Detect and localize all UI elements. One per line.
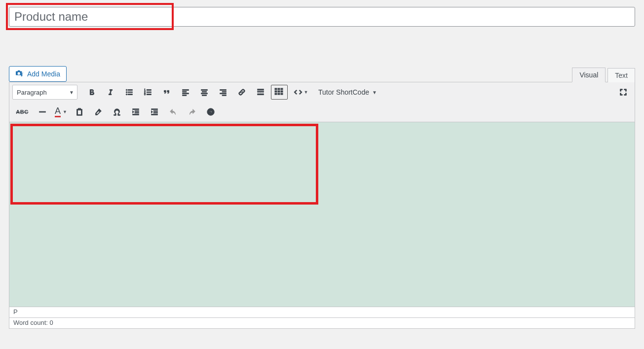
strikethrough-button[interactable]: ABC xyxy=(12,104,32,120)
editor-tabs: Visual Text xyxy=(572,67,635,82)
outdent-icon xyxy=(131,107,140,116)
chevron-down-icon: ▼ xyxy=(69,90,74,95)
svg-rect-23 xyxy=(222,95,226,96)
tutor-shortcode-menu[interactable]: Tutor ShortCode ▼ xyxy=(313,84,382,100)
add-media-label: Add Media xyxy=(27,70,60,78)
svg-rect-13 xyxy=(183,91,187,92)
text-color-button[interactable]: A ▼ xyxy=(53,104,69,120)
numbered-list-button[interactable]: 123 xyxy=(140,84,156,100)
chevron-down-icon: ▼ xyxy=(304,90,308,95)
svg-rect-20 xyxy=(220,90,227,91)
block-format-label: Paragraph xyxy=(17,89,47,96)
undo-icon xyxy=(169,107,178,116)
editor-toolbar: Paragraph ▼ 123 xyxy=(9,82,635,122)
svg-rect-39 xyxy=(135,110,139,111)
italic-icon xyxy=(106,88,115,97)
svg-rect-43 xyxy=(153,110,157,111)
add-media-button[interactable]: Add Media xyxy=(9,66,67,82)
svg-rect-21 xyxy=(222,91,226,92)
blockquote-icon xyxy=(162,88,171,97)
svg-text:3: 3 xyxy=(144,93,146,96)
toolbar-toggle-button[interactable] xyxy=(271,85,288,100)
code-view-button[interactable]: ▼ xyxy=(290,84,311,100)
svg-rect-14 xyxy=(183,93,189,94)
svg-point-2 xyxy=(126,92,127,93)
redo-button[interactable] xyxy=(184,104,200,120)
svg-rect-42 xyxy=(152,109,158,110)
italic-button[interactable] xyxy=(102,84,119,100)
tab-visual[interactable]: Visual xyxy=(572,68,606,82)
svg-rect-32 xyxy=(278,91,280,92)
paste-text-button[interactable] xyxy=(71,104,88,120)
bullet-list-button[interactable] xyxy=(121,84,138,100)
svg-rect-27 xyxy=(258,94,264,95)
bold-button[interactable] xyxy=(83,84,100,100)
svg-rect-37 xyxy=(39,111,46,112)
svg-rect-33 xyxy=(281,91,283,92)
align-right-button[interactable] xyxy=(215,84,231,100)
chevron-down-icon: ▼ xyxy=(63,109,67,114)
insert-more-button[interactable] xyxy=(252,84,269,100)
svg-rect-3 xyxy=(128,92,132,93)
align-right-icon xyxy=(219,88,227,97)
fullscreen-button[interactable] xyxy=(615,84,632,100)
clipboard-icon xyxy=(75,107,84,116)
indent-button[interactable] xyxy=(146,104,163,120)
svg-rect-29 xyxy=(278,88,280,90)
toolbar-toggle-icon xyxy=(274,87,285,97)
code-icon xyxy=(293,88,303,97)
outdent-button[interactable] xyxy=(127,104,144,120)
svg-rect-11 xyxy=(147,94,151,95)
svg-rect-45 xyxy=(152,114,158,115)
svg-rect-19 xyxy=(202,95,207,96)
svg-rect-25 xyxy=(258,91,264,92)
fullscreen-icon xyxy=(619,88,628,97)
svg-rect-26 xyxy=(258,93,264,93)
tab-text[interactable]: Text xyxy=(607,68,635,82)
svg-rect-31 xyxy=(275,91,277,92)
special-character-button[interactable] xyxy=(109,104,125,120)
element-path-text: P xyxy=(13,308,18,315)
clear-formatting-button[interactable] xyxy=(90,104,107,120)
blockquote-button[interactable] xyxy=(158,84,175,100)
svg-rect-40 xyxy=(135,112,139,113)
word-count-value: 0 xyxy=(49,319,53,326)
link-icon xyxy=(237,88,246,97)
svg-rect-9 xyxy=(147,92,151,93)
svg-rect-22 xyxy=(220,93,227,94)
indent-icon xyxy=(150,107,159,116)
omega-icon xyxy=(113,107,121,116)
svg-rect-28 xyxy=(275,88,277,90)
bold-icon xyxy=(87,88,96,97)
text-color-icon: A xyxy=(55,106,61,117)
word-count-label: Word count: xyxy=(13,319,49,326)
insert-link-button[interactable] xyxy=(233,84,250,100)
horizontal-rule-button[interactable] xyxy=(34,104,51,120)
align-center-button[interactable] xyxy=(196,84,213,100)
chevron-down-icon: ▼ xyxy=(372,90,377,95)
undo-button[interactable] xyxy=(165,104,182,120)
svg-rect-34 xyxy=(275,93,277,95)
editor-content-area[interactable] xyxy=(9,122,635,307)
svg-text:?: ? xyxy=(209,109,212,115)
align-left-button[interactable] xyxy=(177,84,194,100)
svg-rect-41 xyxy=(133,114,139,115)
svg-rect-12 xyxy=(183,90,189,91)
product-name-input[interactable] xyxy=(9,7,635,27)
element-path-bar: P xyxy=(9,307,635,318)
align-left-icon xyxy=(181,88,190,97)
svg-rect-17 xyxy=(202,91,207,92)
redo-icon xyxy=(188,107,196,116)
keyboard-shortcuts-button[interactable]: ? xyxy=(202,104,219,120)
block-format-select[interactable]: Paragraph ▼ xyxy=(12,85,77,100)
svg-rect-30 xyxy=(281,88,283,90)
svg-rect-36 xyxy=(281,93,283,95)
svg-rect-38 xyxy=(133,109,139,110)
bullet-list-icon xyxy=(125,88,134,97)
svg-point-4 xyxy=(126,94,127,95)
help-icon: ? xyxy=(206,107,215,116)
word-count-bar: Word count: 0 xyxy=(9,318,635,329)
svg-rect-16 xyxy=(201,90,208,91)
tutor-shortcode-label: Tutor ShortCode xyxy=(318,88,369,96)
eraser-icon xyxy=(94,107,103,116)
